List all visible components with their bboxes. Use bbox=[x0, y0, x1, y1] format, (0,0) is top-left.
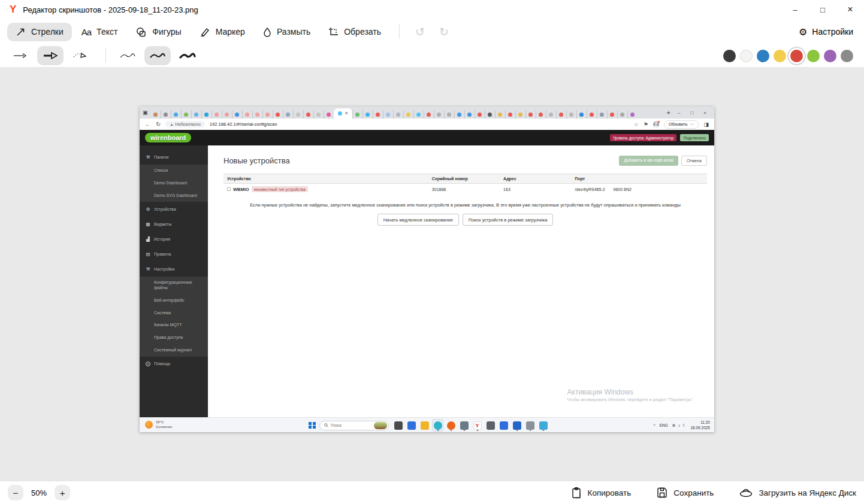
browser-tab[interactable] bbox=[546, 110, 556, 119]
browser-tab[interactable] bbox=[454, 110, 464, 119]
sidebar-item-demo-dashboard[interactable]: Demo Dashboard bbox=[140, 177, 208, 190]
browser-tab[interactable] bbox=[313, 110, 324, 119]
color-swatch[interactable] bbox=[807, 50, 820, 62]
remote-window[interactable] bbox=[498, 419, 509, 432]
browser-tab[interactable] bbox=[424, 110, 434, 119]
tool-marker[interactable]: Маркер bbox=[191, 23, 253, 41]
bootloader-scan-button[interactable]: Поиск устройств в режиме загрузчика bbox=[463, 214, 554, 226]
tool-crop[interactable]: Обрезать bbox=[320, 23, 389, 41]
color-swatch[interactable] bbox=[824, 50, 836, 62]
sidebar-item-веб-интерфейс[interactable]: Веб-интерфейс bbox=[140, 294, 208, 307]
microsoft-store[interactable] bbox=[406, 419, 417, 432]
taskbar-search[interactable]: Поиск bbox=[319, 421, 389, 430]
browser-tab[interactable] bbox=[150, 110, 161, 119]
sidebar-item-настройки[interactable]: ⚒Настройки bbox=[140, 262, 208, 277]
screenshot-image[interactable]: ▣ × + – □ × ← ↻ ▲ Небезопасно 192.168.42… bbox=[140, 107, 714, 432]
tool-text[interactable]: Aa Текст bbox=[73, 23, 126, 41]
browser-tab[interactable] bbox=[283, 110, 293, 119]
tool-arrows[interactable]: Стрелки bbox=[7, 23, 72, 41]
browser-tab[interactable] bbox=[413, 110, 424, 119]
tab-close-icon[interactable]: × bbox=[345, 111, 348, 116]
update-browser-button[interactable]: Обновить ⋯ bbox=[664, 120, 699, 129]
side-panel-icon[interactable]: ◨ bbox=[703, 122, 709, 127]
firefox-browser[interactable] bbox=[445, 419, 457, 432]
back-icon[interactable]: ← bbox=[145, 121, 151, 127]
scribble-style-bold-button[interactable] bbox=[174, 46, 201, 65]
scribble-style-thin-button[interactable] bbox=[114, 46, 141, 65]
device-checkbox[interactable] bbox=[227, 187, 231, 191]
browser-tab[interactable] bbox=[556, 110, 566, 119]
profile-avatar[interactable] bbox=[653, 122, 659, 127]
browser-tab[interactable] bbox=[627, 110, 638, 119]
undo-icon[interactable]: ↺ bbox=[408, 25, 432, 39]
browser-tab[interactable] bbox=[242, 110, 252, 119]
browser-tab[interactable] bbox=[373, 110, 383, 119]
settings-button[interactable]: ⚙ Настройки bbox=[799, 26, 857, 38]
browser-tab[interactable] bbox=[232, 110, 242, 119]
redo-icon[interactable]: ↻ bbox=[432, 25, 456, 39]
browser-tab[interactable] bbox=[495, 110, 505, 119]
sidebar-item-система[interactable]: Система bbox=[140, 307, 208, 320]
upload-yandex-disk-button[interactable]: Загрузить на Яндекс Диск bbox=[739, 487, 856, 499]
browser-tab[interactable] bbox=[303, 110, 313, 119]
color-swatch[interactable] bbox=[774, 50, 786, 62]
browser-tab[interactable] bbox=[434, 110, 444, 119]
file-explorer[interactable] bbox=[419, 419, 430, 432]
color-swatch[interactable] bbox=[757, 50, 769, 62]
active-tab[interactable]: × bbox=[334, 108, 352, 119]
arrow-style-thin-button[interactable] bbox=[7, 46, 34, 65]
browser-tab[interactable] bbox=[464, 110, 475, 119]
browser-tab[interactable] bbox=[362, 110, 373, 119]
sidebar-item-правила[interactable]: ▤Правила bbox=[140, 247, 208, 262]
browser-tab[interactable] bbox=[587, 110, 597, 119]
browser-tab[interactable] bbox=[525, 110, 536, 119]
tool-shapes[interactable]: Фигуры bbox=[127, 23, 189, 41]
browser-tab[interactable] bbox=[607, 110, 617, 119]
arrow-style-bold-button[interactable] bbox=[37, 46, 64, 65]
browser-tab[interactable] bbox=[393, 110, 403, 119]
color-swatch[interactable] bbox=[723, 50, 736, 62]
browser-tab[interactable] bbox=[485, 110, 495, 119]
wireshark[interactable] bbox=[511, 419, 522, 432]
new-tab-button[interactable]: + bbox=[662, 109, 675, 116]
color-swatch[interactable] bbox=[841, 50, 853, 62]
browser-tab[interactable] bbox=[597, 110, 607, 119]
battery-icon[interactable]: ☾ bbox=[682, 423, 686, 428]
browser-tab[interactable] bbox=[352, 110, 362, 119]
network-icon[interactable]: ⊕ bbox=[672, 423, 676, 428]
browser-restore-button[interactable]: □ bbox=[690, 110, 693, 116]
sidebar-item-устройства[interactable]: ⚙Устройства bbox=[140, 202, 208, 217]
url-field[interactable]: 192.168.42.1/#!/serial-config/scan bbox=[210, 122, 629, 127]
sidebar-item-demo-svg-dashboard[interactable]: Demo SVG Dashboard bbox=[140, 190, 208, 202]
arrow-style-dotted-button[interactable] bbox=[67, 46, 93, 65]
bookmark-star-icon[interactable]: ☆ bbox=[634, 122, 639, 127]
language-indicator[interactable]: ENG bbox=[660, 423, 668, 427]
weather-widget[interactable]: 16°C Солнечно bbox=[145, 420, 172, 430]
close-button[interactable]: × bbox=[836, 0, 864, 19]
wirenboard-logo[interactable]: wirenboard bbox=[145, 133, 191, 142]
clock[interactable]: 11:20 18.09.2025 bbox=[690, 420, 710, 430]
browser-close-button[interactable]: × bbox=[703, 110, 706, 116]
reload-icon[interactable]: ↻ bbox=[156, 121, 161, 127]
security-chip[interactable]: ▲ Небезопасно bbox=[165, 121, 204, 127]
photos-app[interactable] bbox=[537, 419, 549, 432]
sidebar-item-помощь[interactable]: ?Помощь bbox=[140, 357, 208, 371]
browser-tab[interactable] bbox=[293, 110, 303, 119]
browser-tab[interactable] bbox=[324, 110, 334, 119]
tool-blur[interactable]: Размыть bbox=[255, 23, 319, 41]
save-button[interactable]: Сохранить bbox=[656, 487, 714, 499]
cancel-scan-button[interactable]: Отмена bbox=[681, 156, 707, 166]
browser-tab[interactable] bbox=[191, 110, 201, 119]
browser-tab[interactable] bbox=[212, 110, 222, 119]
browser-minimize-button[interactable]: – bbox=[678, 110, 680, 116]
browser-tab[interactable] bbox=[171, 110, 181, 119]
browser-tab[interactable] bbox=[273, 110, 283, 119]
tab-search-icon[interactable]: ▣ bbox=[143, 110, 148, 116]
browser-tab[interactable] bbox=[444, 110, 454, 119]
sidebar-item-конфигурационные-файлы[interactable]: Конфигурационные файлы bbox=[140, 277, 208, 294]
slow-scan-button[interactable]: Начать медленное сканирование bbox=[377, 214, 459, 226]
sidebar-item-виджеты[interactable]: ▦Виджеты bbox=[140, 217, 208, 232]
volume-icon[interactable]: ♪ bbox=[678, 423, 681, 428]
maximize-button[interactable]: □ bbox=[809, 0, 836, 19]
yandex-browser[interactable]: Y bbox=[472, 419, 483, 432]
